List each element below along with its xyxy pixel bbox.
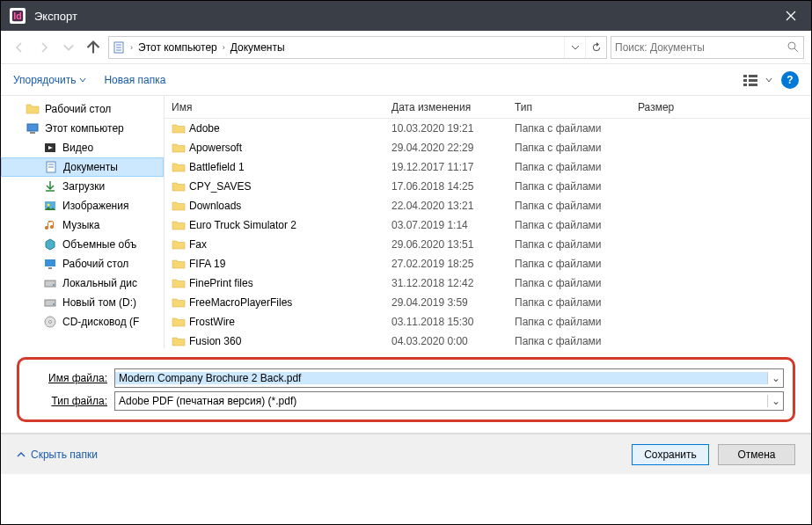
list-row[interactable]: FrostWire03.11.2018 15:30Папка с файлами — [165, 312, 811, 332]
folder-icon — [172, 218, 189, 232]
list-row[interactable]: Downloads22.04.2020 13:21Папка с файлами — [165, 196, 811, 215]
addr-dropdown[interactable] — [564, 37, 585, 58]
sidebar-item-label: CD-дисковод (F — [62, 316, 139, 328]
back-button[interactable] — [8, 36, 31, 59]
crumb-root[interactable]: Этот компьютер — [135, 37, 221, 58]
row-type: Папка с файлами — [515, 258, 638, 270]
list-row[interactable]: Adobe10.03.2020 19:21Папка с файлами — [165, 119, 811, 138]
svg-text:Id: Id — [13, 11, 21, 21]
row-type: Папка с файлами — [515, 335, 638, 347]
sidebar-item[interactable]: Изображения — [1, 196, 164, 215]
svg-rect-14 — [27, 124, 38, 131]
col-name[interactable]: Имя — [172, 101, 391, 113]
save-label: Сохранить — [644, 448, 697, 461]
svg-rect-23 — [45, 259, 55, 266]
row-name: FIFA 19 — [189, 258, 391, 270]
col-size[interactable]: Размер — [638, 101, 717, 113]
row-date: 27.02.2019 18:25 — [391, 258, 515, 270]
list-row[interactable]: Apowersoft29.04.2020 22:29Папка с файлам… — [165, 138, 811, 157]
doc-icon — [109, 40, 128, 55]
list-row[interactable]: CPY_SAVES17.06.2018 14:25Папка с файлами — [165, 177, 811, 196]
sidebar-item[interactable]: Музыка — [1, 215, 164, 235]
folder-icon — [172, 199, 189, 213]
new-folder-label: Новая папка — [104, 74, 165, 86]
sidebar-item-label: Музыка — [62, 219, 99, 231]
column-headers: Имя Дата изменения Тип Размер — [165, 96, 811, 119]
organize-button[interactable]: Упорядочить — [13, 74, 86, 86]
folder-icon — [172, 160, 189, 174]
row-type: Папка с файлами — [515, 296, 638, 309]
crumb-folder[interactable]: Документы — [227, 37, 289, 58]
svg-rect-9 — [743, 79, 747, 82]
chevron-down-icon — [79, 77, 86, 84]
sidebar-item-label: Изображения — [62, 200, 128, 212]
sidebar-item[interactable]: CD-дисковод (F — [1, 312, 164, 332]
filename-label: Имя файла: — [28, 372, 107, 384]
filetype-select[interactable]: Adobe PDF (печатная версия) (*.pdf) ⌄ — [114, 391, 784, 411]
folder-icon — [172, 257, 189, 271]
desktop-icon — [43, 257, 57, 271]
list-row[interactable]: FinePrint files31.12.2018 12:42Папка с ф… — [165, 273, 811, 293]
filetype-dropdown[interactable]: ⌄ — [767, 395, 783, 407]
list-row[interactable]: Euro Truck Simulator 203.07.2019 1:14Пап… — [165, 215, 811, 235]
list-row[interactable]: FIFA 1927.02.2019 18:25Папка с файлами — [165, 254, 811, 273]
sidebar-item[interactable]: Документы — [1, 157, 164, 177]
sidebar-item[interactable]: Рабочий стол — [1, 99, 164, 119]
up-button[interactable] — [82, 36, 105, 59]
sidebar-item[interactable]: Локальный дис — [1, 273, 164, 293]
close-button[interactable] — [771, 1, 811, 31]
forward-button[interactable] — [33, 36, 55, 59]
sidebar-item[interactable]: Загрузки — [1, 177, 164, 196]
sidebar-item[interactable]: Видео — [1, 138, 164, 157]
body-area: Рабочий столЭтот компьютерВидеоДокументы… — [1, 96, 811, 348]
3d-icon — [43, 237, 57, 252]
folder-icon — [172, 179, 189, 193]
search-input[interactable] — [611, 41, 782, 54]
sidebar-item[interactable]: Рабочий стол — [1, 254, 164, 273]
filetype-label: Тип файла: — [28, 395, 107, 407]
toolbar: Упорядочить Новая папка ? — [1, 64, 811, 96]
sidebar-item[interactable]: Этот компьютер — [1, 119, 164, 138]
cancel-button[interactable]: Отмена — [718, 444, 795, 465]
view-mode-button[interactable] — [743, 74, 772, 86]
folder-icon — [172, 121, 189, 135]
row-date: 22.04.2020 13:21 — [391, 200, 515, 212]
address-bar[interactable]: › Этот компьютер › Документы — [108, 36, 607, 59]
svg-rect-10 — [743, 84, 747, 86]
row-type: Папка с файлами — [515, 161, 638, 173]
sidebar-item-label: Этот компьютер — [45, 122, 124, 135]
col-date[interactable]: Дата изменения — [391, 101, 515, 113]
new-folder-button[interactable]: Новая папка — [104, 74, 165, 86]
sidebar-item-label: Новый том (D:) — [62, 296, 136, 309]
help-button[interactable]: ? — [781, 71, 799, 89]
cancel-label: Отмена — [737, 448, 775, 461]
chevron-up-icon — [17, 450, 26, 459]
filename-input[interactable]: Modern Company Brochure 2 Back.pdf ⌄ — [114, 368, 784, 388]
search-box[interactable] — [611, 36, 804, 59]
row-type: Папка с файлами — [515, 122, 638, 135]
sidebar-item[interactable]: Новый том (D:) — [1, 293, 164, 312]
svg-point-28 — [53, 303, 55, 305]
list-row[interactable]: Fusion 36004.03.2020 0:00Папка с файлами — [165, 332, 811, 348]
list-row[interactable]: FreeMacroPlayerFiles29.04.2019 3:59Папка… — [165, 293, 811, 312]
hide-folders-button[interactable]: Скрыть папки — [17, 448, 98, 461]
save-button[interactable]: Сохранить — [632, 444, 709, 465]
row-name: FinePrint files — [189, 277, 391, 289]
filename-dropdown[interactable]: ⌄ — [767, 372, 783, 384]
filetype-value: Adobe PDF (печатная версия) (*.pdf) — [115, 395, 767, 407]
titlebar: Id Экспорт — [1, 1, 811, 31]
sidebar-item[interactable]: Объемные объ — [1, 235, 164, 254]
list-row[interactable]: Fax29.06.2020 13:51Папка с файлами — [165, 235, 811, 254]
col-type[interactable]: Тип — [515, 101, 638, 113]
list-row[interactable]: Battlefield 119.12.2017 11:17Папка с фай… — [165, 157, 811, 177]
chevron-right-icon: › — [128, 43, 135, 52]
refresh-button[interactable] — [585, 37, 606, 58]
image-icon — [43, 199, 57, 213]
row-date: 19.12.2017 11:17 — [391, 161, 515, 173]
folder-icon — [172, 141, 189, 155]
recent-dropdown[interactable] — [57, 36, 80, 59]
row-name: Adobe — [189, 122, 391, 135]
folder-icon — [172, 315, 189, 329]
row-name: Apowersoft — [189, 142, 391, 154]
footer: Скрыть папки Сохранить Отмена — [1, 434, 811, 474]
